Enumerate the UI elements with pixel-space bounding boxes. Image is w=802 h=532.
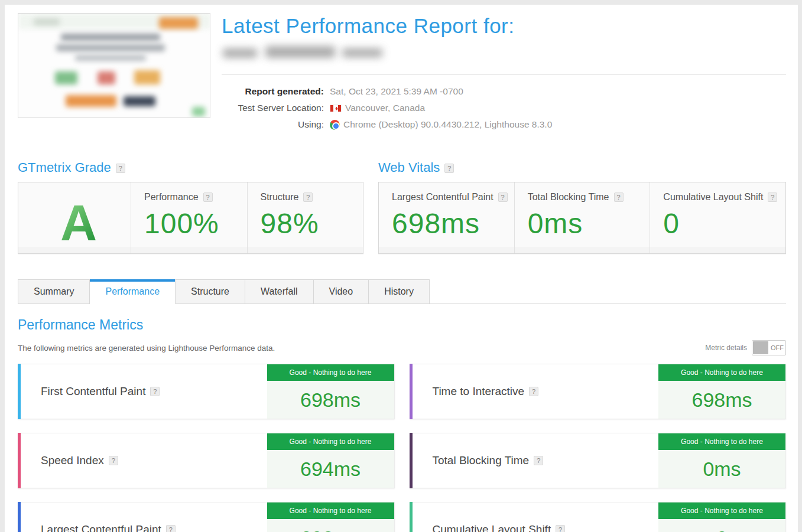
help-icon[interactable]: ? <box>203 192 213 202</box>
report-info-row: Using:Chrome (Desktop) 90.0.4430.212, Li… <box>222 116 786 133</box>
toggle-state-text: OFF <box>769 344 785 351</box>
grade-letter: A <box>60 197 97 248</box>
help-icon[interactable]: ? <box>166 525 176 532</box>
tab-structure[interactable]: Structure <box>176 279 245 304</box>
toggle-knob[interactable] <box>753 341 768 354</box>
help-icon[interactable]: ? <box>556 525 565 532</box>
help-icon[interactable]: ? <box>116 164 125 173</box>
web-vitals-heading: Web Vitals? <box>378 160 786 175</box>
blurred-report-url <box>222 45 786 65</box>
metric-label-wrap: Speed Index? <box>18 454 118 467</box>
metric-card: Total Blocking Time?Good - Nothing to do… <box>410 433 787 488</box>
blurred-stat <box>98 71 115 84</box>
metric-label-wrap: First Contentful Paint? <box>18 385 160 398</box>
report-tabs: SummaryPerformanceStructureWaterfallVide… <box>18 279 786 304</box>
metric-card: Cumulative Layout Shift?Good - Nothing t… <box>410 502 787 532</box>
metric-accent-bar <box>18 502 21 532</box>
report-info-value-text: Chrome (Desktop) 90.0.4430.212, Lighthou… <box>343 116 552 133</box>
grade-cell-value: 100% <box>144 207 242 240</box>
metric-value: 698ms <box>267 381 394 419</box>
help-icon[interactable]: ? <box>444 164 454 173</box>
metric-label-wrap: Total Blocking Time? <box>410 454 544 467</box>
web-vital-cell: Largest Contentful Paint?698ms <box>379 182 514 253</box>
web-vital-cell-value: 0 <box>663 207 781 240</box>
metric-label: Total Blocking Time <box>433 454 530 467</box>
report-info-value: Chrome (Desktop) 90.0.4430.212, Lighthou… <box>330 116 552 133</box>
blurred-heading-line <box>56 44 165 51</box>
blurred-heading-line <box>61 34 160 41</box>
grade-cell-label: Structure? <box>261 192 359 203</box>
gtmetrix-grade-heading: GTmetrix Grade? <box>18 160 363 175</box>
blurred-site-logo <box>34 18 60 25</box>
report-page: Latest Performance Report for: Report ge… <box>5 5 798 532</box>
metric-label-wrap: Time to Interactive? <box>410 385 539 398</box>
help-icon[interactable]: ? <box>498 192 508 202</box>
web-vital-cell-label: Largest Contentful Paint? <box>392 192 509 203</box>
metric-status-badge: Good - Nothing to do here <box>658 364 785 381</box>
metric-status-badge: Good - Nothing to do here <box>267 502 394 519</box>
metric-details-toggle[interactable]: OFF <box>752 340 786 355</box>
metric-accent-bar <box>18 433 21 488</box>
metric-card: Time to Interactive?Good - Nothing to do… <box>410 364 787 419</box>
metric-label-wrap: Cumulative Layout Shift? <box>410 523 566 532</box>
help-icon[interactable]: ? <box>150 387 160 396</box>
blurred-button <box>66 95 116 107</box>
web-vital-cell-value: 698ms <box>392 207 509 240</box>
metric-result: Good - Nothing to do here694ms <box>267 433 394 488</box>
report-info-value-text: Vancouver, Canada <box>345 100 425 116</box>
help-icon[interactable]: ? <box>768 192 777 202</box>
metric-value: 0ms <box>658 450 785 488</box>
report-info-label: Using: <box>222 116 324 133</box>
metric-status-badge: Good - Nothing to do here <box>658 433 785 450</box>
blurred-badge <box>192 107 205 116</box>
report-info-value: Vancouver, Canada <box>330 100 425 116</box>
help-icon[interactable]: ? <box>109 456 118 465</box>
metric-accent-bar <box>18 364 21 419</box>
web-vital-cell-label: Total Blocking Time? <box>528 192 645 203</box>
web-vital-cell: Cumulative Layout Shift?0 <box>650 182 785 253</box>
blurred-heading-line <box>75 55 146 61</box>
report-header: Latest Performance Report for: Report ge… <box>18 13 786 133</box>
tab-history[interactable]: History <box>369 279 430 304</box>
report-info-label: Report generated: <box>222 83 324 100</box>
chrome-icon <box>330 120 340 130</box>
canada-flag-icon <box>330 105 342 112</box>
report-info-value: Sat, Oct 23, 2021 5:39 AM -0700 <box>330 83 463 100</box>
help-icon[interactable]: ? <box>303 192 313 202</box>
blurred-site-cta-pill <box>159 17 198 29</box>
blurred-stat <box>134 70 160 84</box>
metric-card: Largest Contentful Paint?Good - Nothing … <box>18 502 395 532</box>
tab-summary[interactable]: Summary <box>18 279 90 304</box>
blurred-stat <box>55 71 77 84</box>
blurred-button <box>124 96 155 106</box>
metric-status-badge: Good - Nothing to do here <box>267 364 394 381</box>
site-screenshot-thumbnail <box>18 13 210 118</box>
metric-status-badge: Good - Nothing to do here <box>267 433 394 450</box>
performance-metrics-heading: Performance Metrics <box>18 317 786 333</box>
report-info-row: Report generated:Sat, Oct 23, 2021 5:39 … <box>222 83 786 100</box>
web-vital-cell: Total Blocking Time?0ms <box>514 182 650 253</box>
metric-value: 698ms <box>658 381 785 419</box>
web-vital-cell-label: Cumulative Layout Shift? <box>663 192 781 203</box>
grade-cell-value: 98% <box>261 207 359 240</box>
tab-waterfall[interactable]: Waterfall <box>245 279 314 304</box>
metric-result: Good - Nothing to do here698ms <box>658 364 785 419</box>
help-icon[interactable]: ? <box>614 192 624 202</box>
report-info: Report generated:Sat, Oct 23, 2021 5:39 … <box>222 83 786 133</box>
help-icon[interactable]: ? <box>534 456 543 465</box>
help-icon[interactable]: ? <box>529 387 538 396</box>
metric-accent-bar <box>410 502 413 532</box>
tab-video[interactable]: Video <box>314 279 369 304</box>
metric-accent-bar <box>410 433 413 488</box>
report-info-row: Test Server Location:Vancouver, Canada <box>222 100 786 116</box>
tab-performance[interactable]: Performance <box>90 279 176 304</box>
header-divider <box>222 74 786 75</box>
grade-cell: Performance?100% <box>131 182 247 253</box>
metric-details-label: Metric details <box>705 344 747 352</box>
metric-label: Time to Interactive <box>433 385 525 398</box>
metric-label: Cumulative Layout Shift <box>433 523 551 532</box>
metric-result: Good - Nothing to do here698ms <box>267 364 394 419</box>
grade-cell-label: Performance? <box>144 192 242 203</box>
metric-card: First Contentful Paint?Good - Nothing to… <box>18 364 395 419</box>
grade-letter-cell: A <box>18 182 131 253</box>
